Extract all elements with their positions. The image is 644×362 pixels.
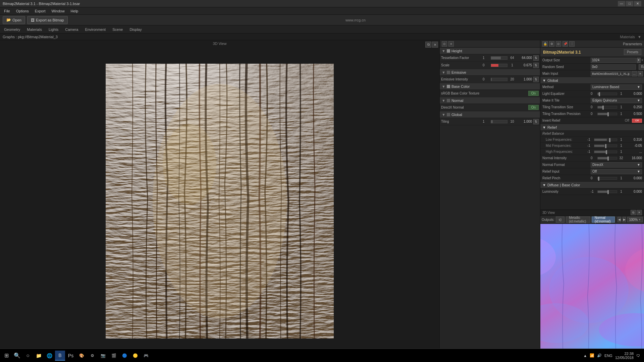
tab-materials[interactable]: Materials [25,27,43,32]
tiling-trans-size-slider[interactable] [597,106,617,109]
output-size-w[interactable] [591,58,636,63]
scale-slider[interactable] [491,64,507,67]
tiling-slider[interactable] [491,120,507,123]
presets-button[interactable]: Presets [624,49,641,55]
tiling-trans-prec-slider[interactable] [597,113,617,115]
main-input-btn2[interactable]: ✕ [638,71,643,76]
params-global-section[interactable]: ▼ Global [540,77,644,84]
preview-close-btn[interactable]: ✕ [637,210,642,215]
tab-lights[interactable]: Lights [47,27,60,32]
main-input-btn1[interactable]: … [632,71,637,76]
panel-icon-1[interactable]: ⊙ [442,41,447,47]
task-b2m[interactable]: B [55,351,65,361]
tiling-arrows[interactable]: ⇅ [533,119,539,124]
params-copy-icon[interactable]: ⊙ [556,41,561,47]
output-tab-metallic[interactable]: Metallic (id:metallic) [566,217,590,223]
low-freq-label: Low Frequencies: [546,138,586,141]
params-pin-icon[interactable]: 📌 [562,41,568,47]
main-input-field[interactable] [591,71,631,76]
params-settings-icon[interactable]: ⚙ [549,41,554,47]
task-search[interactable]: 🔍 [12,351,22,361]
task-app5[interactable]: 🎬 [109,351,119,361]
high-freq-slider[interactable] [594,150,617,153]
emissive-slider[interactable] [491,78,507,81]
task-photoshop[interactable]: Ps [66,351,76,361]
task-app8[interactable]: 🎮 [141,351,151,361]
start-button[interactable]: ⊞ [1,351,11,361]
task-chrome[interactable]: 🌐 [44,351,54,361]
random-seed-input[interactable] [591,64,636,70]
global-section-header[interactable]: ▼ Global [440,111,540,118]
relief-balance-label: Relief Balance [542,132,564,135]
next-output-btn[interactable]: ▶ [623,217,626,222]
export-bitmap-button[interactable]: 🖼 Export as Bitmap [27,16,68,24]
emissive-intensity-label: Emissive Intensity [441,77,481,81]
tab-geometry[interactable]: Geometry [3,27,21,32]
zoom-control[interactable]: 100% ▼ [627,217,643,222]
task-app4[interactable]: 📷 [98,351,108,361]
preview-expand-btn[interactable]: ⧉ [631,210,636,215]
make-it-tile-row: Make It Tile Edges Quincunx ▼ [540,97,644,104]
tess-arrows[interactable]: ⇅ [533,55,539,61]
open-button[interactable]: 📂 Open [3,16,25,24]
method-dropdown[interactable]: Luminance Based ▼ [591,84,642,90]
task-app3[interactable]: ⚙ [87,351,97,361]
tessellation-slider[interactable] [491,56,507,60]
task-app6[interactable]: 🔵 [119,351,129,361]
normal-section-header[interactable]: ▼ Normal [440,97,540,104]
emi-arrows[interactable]: ⇅ [533,77,539,82]
tab-environment[interactable]: Environment [84,27,107,32]
tab-scene[interactable]: Scene [111,27,124,32]
light-eq-slider[interactable] [597,93,617,95]
diffuse-section[interactable]: ▼ Diffuse | Base Color [540,182,644,188]
params-lock-icon[interactable]: 🔒 [542,41,548,47]
relief-input-dropdown[interactable]: Off ▼ [591,169,642,174]
menu-window[interactable]: Window [49,8,67,14]
task-explorer[interactable]: 📁 [34,351,44,361]
main-input-row: Main Input … ✕ [540,70,644,77]
prev-output-btn[interactable]: ◀ [618,217,621,222]
task-app7[interactable]: 🟡 [130,351,140,361]
height-section-header[interactable]: ▼ Height [440,48,540,54]
make-it-tile-dropdown[interactable]: Edges Quincunx ▼ [591,98,642,103]
scale-arrows[interactable]: ⇅ [533,63,539,68]
viewport-icon-btn-1[interactable]: ⧉ [425,42,431,48]
tab-display[interactable]: Display [128,27,143,32]
srgb-status[interactable]: On [528,91,539,96]
minimize-button[interactable]: — [618,1,625,6]
randomize-button[interactable]: Randomize [639,64,644,70]
height-label: Height [451,49,462,53]
preview-3d-bar: 3D View ⧉ ✕ [540,210,644,216]
base-color-section-header[interactable]: ▼ Base Color [440,83,540,90]
invert-toggle[interactable]: Off [632,119,642,123]
output-size-dropdown[interactable]: ▼ [637,58,641,63]
taskbar-up-arrow[interactable]: ▲ [583,354,587,358]
low-freq-slider[interactable] [594,138,617,141]
task-app2[interactable]: 🎨 [76,351,87,361]
output-size-inputs: ▼ × ▼ [591,58,644,63]
panel-icon-2[interactable]: ≡ [448,41,454,47]
taskbar-notification[interactable]: 🗨 [636,354,640,358]
viewport-close-btn[interactable]: ✕ [432,42,438,48]
mid-freq-slider[interactable] [594,144,617,147]
materials-dropdown[interactable]: Materials [620,35,635,39]
tab-camera[interactable]: Camera [64,27,79,32]
params-extra-icon[interactable]: ⋮ [569,41,575,47]
menu-help[interactable]: Help [68,8,81,14]
menu-export[interactable]: Export [32,8,48,14]
luminosity-slider[interactable] [597,190,617,193]
relief-section[interactable]: ▼ Relief [540,124,644,131]
menu-options[interactable]: Options [13,8,32,14]
task-cortana[interactable]: ○ [23,351,33,361]
menu-file[interactable]: File [1,8,13,14]
relief-pinch-slider[interactable] [597,177,617,180]
directx-status[interactable]: On [528,105,539,110]
close-button[interactable]: ✕ [634,1,641,6]
global-toggle-icon: ▼ [442,113,445,117]
output-tab-normal[interactable]: Normal (id:normal) [592,217,615,223]
normal-format-dropdown[interactable]: DirectX ▼ [591,162,642,168]
emissive-section-header[interactable]: ▼ Emissive [440,69,540,76]
maximize-button[interactable]: □ [626,1,633,6]
normal-intensity-slider[interactable] [597,157,617,160]
output-tab-s[interactable]: s) [556,217,565,223]
